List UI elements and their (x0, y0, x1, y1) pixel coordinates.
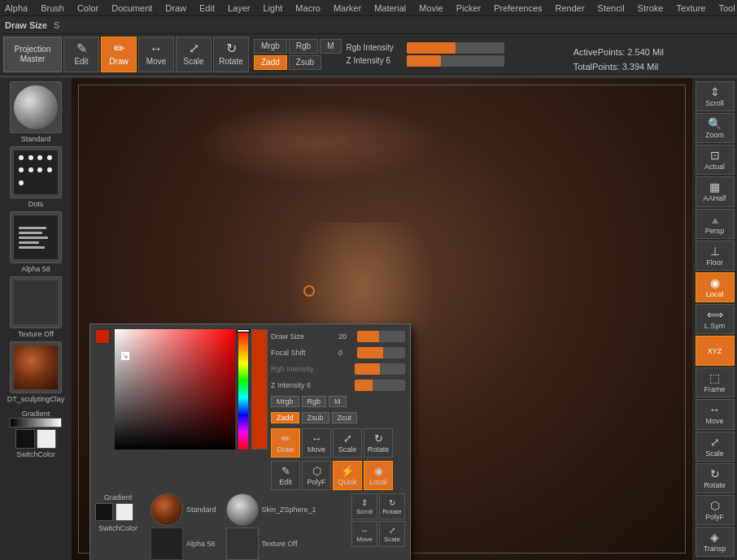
popup-scale-btn[interactable]: ⤢ Scale (333, 428, 362, 458)
floor-button[interactable]: ⊥ Floor (696, 241, 735, 271)
white-swatch[interactable] (37, 429, 56, 449)
popup-texture-row[interactable]: Texture Off (226, 527, 316, 560)
menu-document[interactable]: Document (110, 3, 154, 13)
popup-focal-slider[interactable] (357, 347, 405, 358)
menu-movie[interactable]: Movie (417, 3, 444, 13)
popup-zcut-btn[interactable]: Zcut (332, 412, 358, 423)
rgb-intensity-slider[interactable] (407, 42, 504, 54)
black-swatch[interactable] (15, 429, 35, 449)
rotate-button[interactable]: ↻ Rotate (213, 37, 249, 72)
popup-z-slider[interactable] (355, 380, 405, 391)
menu-material[interactable]: Material (373, 3, 408, 13)
polyf-label: PolyF (705, 513, 724, 521)
rgb-button[interactable]: Rgb (289, 39, 318, 54)
sidebar-brush-standard[interactable]: Standard (3, 81, 68, 143)
color-square-wrapper[interactable] (115, 329, 235, 449)
color-indicator-red[interactable] (95, 329, 110, 344)
popup-mrgb-btn[interactable]: Mrgb (271, 396, 299, 407)
sidebar-material[interactable]: DT_sculptingClay (3, 341, 68, 403)
edit-button[interactable]: ✎ Edit (63, 37, 99, 72)
xyz-button[interactable]: XYZ (696, 336, 735, 366)
frame-button[interactable]: ⬚ Frame (696, 367, 735, 397)
popup-draw-size-slider[interactable] (357, 331, 405, 342)
zsub-button[interactable]: Zsub (289, 55, 321, 70)
popup-switch-color[interactable]: SwitchColor (95, 523, 141, 534)
menu-picker[interactable]: Picker (455, 3, 483, 13)
menu-color[interactable]: Color (76, 3, 100, 13)
popup-zsub-btn[interactable]: Zsub (302, 412, 329, 423)
popup-rgb-btn[interactable]: Rgb (302, 396, 327, 407)
zadd-button[interactable]: Zadd (254, 55, 287, 70)
popup-polyf-btn[interactable]: ⬡ PolyF (302, 461, 331, 490)
popup-scroll-btn[interactable]: ⇕ Scroll (351, 493, 377, 519)
rgb-intensity-label: Rgb Intensity (347, 43, 403, 52)
menu-edit[interactable]: Edit (198, 3, 216, 13)
move-right-button[interactable]: ↔ Move (696, 399, 735, 429)
popup-rotate-btn[interactable]: ↻ Rotate (364, 428, 393, 458)
switch-color-label[interactable]: SwitchColor (16, 450, 55, 458)
popup-move2-icon: ↔ (360, 526, 368, 535)
sidebar-gradient[interactable]: Gradient SwitchColor (3, 406, 68, 460)
menu-preferences[interactable]: Preferences (492, 3, 543, 13)
z-intensity-slider[interactable] (407, 55, 504, 67)
picker-bottom: Gradient SwitchColor Standard Alpha 58 (95, 493, 405, 560)
aahalf-button[interactable]: ▦ AAHalf (696, 176, 735, 206)
popup-zadd-btn[interactable]: Zadd (271, 412, 299, 423)
popup-move2-label: Move (356, 536, 373, 543)
popup-standard-row[interactable]: Standard (150, 493, 216, 526)
projection-master-label-line2: Master (20, 54, 46, 64)
menu-texture[interactable]: Texture (674, 3, 707, 13)
hue-slider[interactable] (238, 329, 248, 449)
lsym-button[interactable]: ⟺ L.Sym (696, 304, 735, 334)
popup-draw-icon: ✏ (281, 432, 290, 445)
popup-skin-row[interactable]: Skin_ZSphere_1 (226, 493, 316, 526)
menu-light[interactable]: Light (262, 3, 285, 13)
popup-move2-btn[interactable]: ↔ Move (351, 521, 377, 547)
popup-black-swatch[interactable] (95, 503, 113, 521)
popup-draw-btn[interactable]: ✏ Draw (271, 428, 300, 458)
popup-m-btn[interactable]: M (329, 396, 347, 407)
popup-scale2-btn[interactable]: ⤢ Scale (379, 521, 405, 547)
sphere-icon (14, 85, 58, 129)
menu-marker[interactable]: Marker (332, 3, 363, 13)
menu-render[interactable]: Render (554, 3, 587, 13)
move-button[interactable]: ↔ Move (138, 37, 174, 72)
rotate-right-button[interactable]: ↻ Rotate (696, 463, 735, 493)
popup-rotate2-btn[interactable]: ↻ Rotate (379, 493, 405, 519)
popup-skin-preview (226, 493, 259, 526)
popup-edit-btn[interactable]: ✎ Edit (271, 461, 300, 490)
menu-macro[interactable]: Macro (294, 3, 322, 13)
menu-layer[interactable]: Layer (226, 3, 252, 13)
scroll-button[interactable]: ⇕ Scroll (696, 81, 735, 111)
scale-button[interactable]: ⤢ Scale (176, 37, 212, 72)
scale-right-button[interactable]: ⤢ Scale (696, 432, 735, 462)
menu-draw[interactable]: Draw (164, 3, 188, 13)
menu-stencil[interactable]: Stencil (596, 3, 626, 13)
zoom-button[interactable]: 🔍 Zoom (696, 113, 735, 143)
sidebar-texture[interactable]: Texture Off (3, 276, 68, 338)
local-button[interactable]: ◉ Local (696, 272, 735, 302)
draw-button[interactable]: ✏ Draw (101, 37, 137, 72)
persp-button[interactable]: ⟁ Persp (696, 209, 735, 239)
sidebar-brush-dots[interactable]: Dots (3, 146, 68, 208)
popup-white-swatch[interactable] (116, 503, 133, 521)
color-gradient-square[interactable] (115, 329, 235, 449)
popup-quick-btn[interactable]: ⚡ Quick (333, 461, 362, 490)
sidebar-alpha[interactable]: Alpha 58 (3, 211, 68, 273)
polyf-button[interactable]: ⬡ PolyF (696, 495, 735, 525)
popup-move-btn[interactable]: ↔ Move (302, 428, 331, 458)
menu-tool[interactable]: Tool (717, 3, 736, 13)
menu-stroke[interactable]: Stroke (636, 3, 665, 13)
projection-master-button[interactable]: Projection Master (3, 37, 62, 72)
popup-local-btn[interactable]: ◉ Local (364, 461, 393, 490)
transp-button[interactable]: ◈ Transp (696, 527, 735, 557)
current-color-box[interactable] (251, 329, 268, 449)
menu-alpha[interactable]: Alpha (3, 3, 29, 13)
color-swatches-left (15, 429, 56, 449)
menu-brush[interactable]: Brush (39, 3, 66, 13)
mrgb-button[interactable]: Mrgb (254, 39, 287, 54)
m-button[interactable]: M (320, 39, 341, 54)
popup-alpha-row[interactable]: Alpha 58 (150, 527, 216, 560)
actual-button[interactable]: ⊡ Actual (696, 145, 735, 175)
popup-rgb-slider[interactable] (355, 363, 405, 375)
